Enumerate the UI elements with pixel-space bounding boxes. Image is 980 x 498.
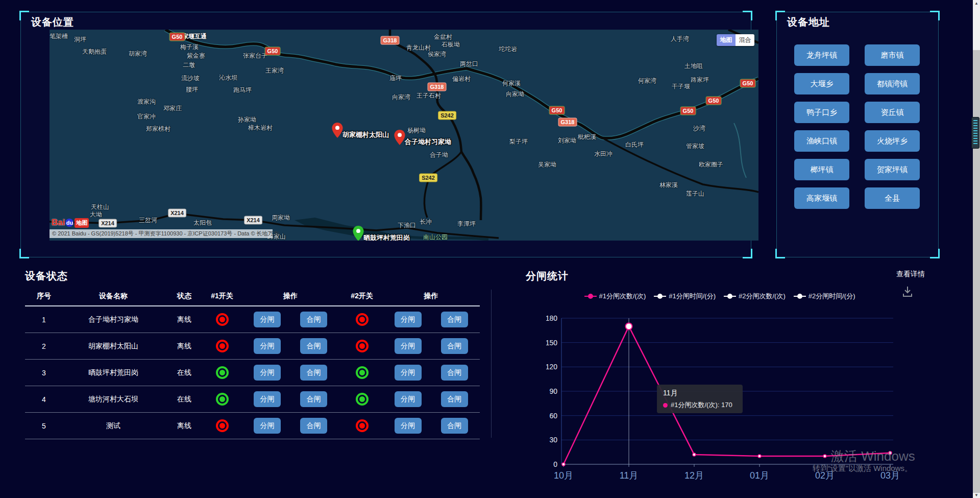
- close-switch1-button[interactable]: 合闸: [300, 391, 327, 407]
- address-button[interactable]: 磨市镇: [865, 44, 920, 66]
- address-button[interactable]: 贺家坪镇: [865, 159, 920, 180]
- map-label: 吴家坳: [538, 160, 556, 169]
- map-marker-pin[interactable]: [353, 226, 364, 241]
- table-row: 5测试离线分闸合闸分闸合闸: [25, 413, 480, 439]
- address-button[interactable]: 大堰乡: [794, 73, 849, 94]
- close-switch2-button[interactable]: 合闸: [441, 391, 468, 407]
- device-name: 塘坊河村大石坝: [63, 395, 164, 404]
- open-switch2-button[interactable]: 分闸: [395, 391, 422, 407]
- map-label: 孙家坳: [238, 115, 256, 124]
- legend-item[interactable]: #1分闸次数/(次): [584, 292, 646, 301]
- road-shield: G50: [265, 47, 281, 56]
- address-button[interactable]: 火烧坪乡: [865, 130, 920, 152]
- close-switch2-button[interactable]: 合闸: [441, 338, 468, 354]
- scrollbar-marker-widget[interactable]: [971, 117, 979, 149]
- map-copyright: © 2021 Baidu - GS(2019)5218号 - 甲测资字11009…: [50, 229, 273, 238]
- map-label: 天鹅抱蛋: [82, 48, 107, 56]
- switch2-status-indicator: [356, 340, 369, 352]
- map-label: 官家冲: [137, 112, 156, 121]
- map-marker-label: 胡家棚村太阳山: [342, 130, 389, 139]
- road-shield: G318: [428, 83, 447, 91]
- corner-accent: [775, 11, 785, 20]
- map-label: 洞坪: [74, 35, 86, 44]
- map-marker-pin[interactable]: [332, 123, 343, 138]
- open-switch2-button[interactable]: 分闸: [395, 312, 422, 327]
- column-header: 设备名称: [63, 292, 164, 301]
- open-switch1-button[interactable]: 分闸: [254, 338, 281, 354]
- baidu-map[interactable]: 笔架槽洞坪天鹅抱蛋胡家湾高家堰互通梅子溪紫金寨二墩流沙坡沁水坝腰坪跑马坪渡家沟邓…: [50, 30, 758, 241]
- close-switch2-button[interactable]: 合闸: [441, 312, 468, 327]
- close-switch1-button[interactable]: 合闸: [300, 312, 327, 327]
- baidu-logo-bai: Bai: [52, 218, 65, 228]
- switch1-status-indicator: [216, 366, 229, 379]
- address-button[interactable]: 榔坪镇: [794, 159, 849, 180]
- windows-activation-hint: 转到“设置”以激活 Windows。: [813, 464, 912, 473]
- close-switch1-button[interactable]: 合闸: [300, 338, 327, 354]
- device-status: 在线: [164, 368, 205, 377]
- road-shield: G50: [169, 33, 185, 41]
- map-marker-pin[interactable]: [394, 130, 405, 145]
- open-switch2-button[interactable]: 分闸: [395, 338, 422, 354]
- scrollbar-down-icon[interactable]: ▼: [973, 493, 980, 497]
- open-switch2-button[interactable]: 分闸: [395, 418, 422, 434]
- scrollbar-up-icon[interactable]: ▲: [973, 1, 980, 6]
- svg-text:180: 180: [546, 314, 557, 322]
- map-label: 王家湾: [265, 66, 284, 75]
- map-label: 沁水坝: [219, 74, 237, 82]
- device-status: 在线: [164, 395, 205, 404]
- column-header: 操作: [382, 292, 480, 301]
- address-button[interactable]: 高家堰镇: [794, 187, 849, 209]
- address-button[interactable]: 全县: [865, 187, 920, 209]
- map-label: 太阳包: [193, 219, 212, 227]
- device-name: 胡家棚村太阳山: [63, 342, 164, 351]
- address-button[interactable]: 龙舟坪镇: [794, 44, 849, 66]
- road-shield: G50: [740, 79, 756, 88]
- page-scrollbar[interactable]: ▲ ▼: [973, 0, 980, 498]
- switch2-status-indicator: [356, 313, 369, 326]
- address-button[interactable]: 渔峡口镇: [794, 130, 849, 152]
- map-label: 流沙坡: [181, 74, 200, 83]
- open-switch1-button[interactable]: 分闸: [254, 312, 281, 327]
- device-name: 合子坳村习家坳: [63, 315, 164, 324]
- device-name: 测试: [63, 421, 164, 431]
- map-label: 梅子溪: [180, 43, 199, 52]
- column-header: 操作: [239, 292, 341, 301]
- corner-accent: [19, 249, 29, 258]
- map-label: 人手湾: [671, 35, 689, 43]
- road-shield: G318: [558, 118, 577, 127]
- map-label: 胡家湾: [129, 50, 147, 58]
- view-details-link[interactable]: 查看详情: [896, 270, 925, 279]
- map-label: 干子堰: [672, 82, 690, 91]
- open-switch2-button[interactable]: 分闸: [395, 365, 422, 381]
- address-button[interactable]: 资丘镇: [865, 102, 920, 123]
- map-type-button[interactable]: 混合: [736, 34, 754, 46]
- legend-item[interactable]: #2分闸次数/(次): [724, 292, 786, 301]
- close-switch2-button[interactable]: 合闸: [441, 418, 468, 434]
- switch1-status-indicator: [216, 340, 229, 352]
- map-type-toggle[interactable]: 地图混合: [717, 34, 754, 46]
- map-label: 沙湾: [693, 124, 705, 133]
- svg-text:01月: 01月: [750, 470, 769, 481]
- close-switch1-button[interactable]: 合闸: [300, 365, 327, 381]
- map-label: 青龙山村: [406, 43, 431, 52]
- address-button[interactable]: 鸭子口乡: [794, 102, 849, 123]
- close-switch1-button[interactable]: 合闸: [300, 418, 327, 434]
- windows-activation-watermark: 激活 Windows: [831, 447, 915, 465]
- close-switch2-button[interactable]: 合闸: [441, 365, 468, 381]
- corner-accent: [930, 249, 940, 258]
- table-divider: [491, 290, 492, 438]
- baidu-logo: Bai du 地图: [52, 217, 89, 229]
- legend-item[interactable]: #1分闸时间/(分): [654, 292, 716, 301]
- address-button[interactable]: 都镇湾镇: [865, 73, 920, 94]
- address-panel-title: 设备地址: [787, 15, 830, 29]
- open-switch1-button[interactable]: 分闸: [254, 365, 281, 381]
- chart-legend: #1分闸次数/(次)#1分闸时间/(分)#2分闸次数/(次)#2分闸时间/(分): [526, 292, 914, 301]
- open-switch1-button[interactable]: 分闸: [254, 391, 281, 407]
- legend-item[interactable]: #2分闸时间/(分): [794, 292, 855, 301]
- road-shield: G318: [381, 36, 400, 45]
- open-switch1-button[interactable]: 分闸: [254, 418, 281, 434]
- switch2-status-indicator: [356, 393, 369, 406]
- map-type-button[interactable]: 地图: [717, 34, 736, 46]
- device-name: 晒鼓坪村荒田岗: [63, 368, 164, 377]
- map-label: 石板坳: [442, 40, 460, 49]
